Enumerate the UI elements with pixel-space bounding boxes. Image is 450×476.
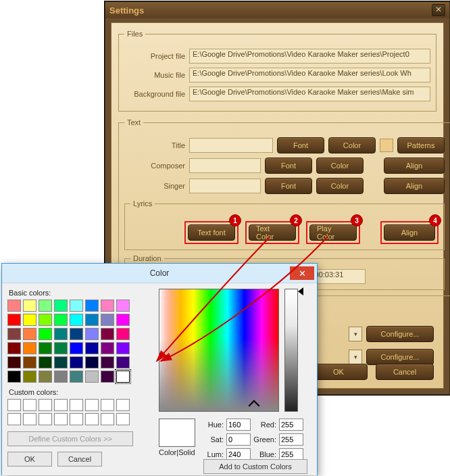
ok-button[interactable]: OK bbox=[309, 364, 368, 380]
basic-swatch[interactable] bbox=[116, 342, 130, 354]
basic-swatch[interactable] bbox=[54, 356, 68, 368]
sat-input[interactable] bbox=[226, 433, 251, 446]
custom-swatch[interactable] bbox=[54, 399, 68, 411]
basic-swatch[interactable] bbox=[70, 328, 83, 340]
basic-swatch[interactable] bbox=[7, 300, 21, 312]
basic-swatch[interactable] bbox=[101, 342, 114, 354]
composer-input[interactable] bbox=[189, 158, 261, 173]
basic-swatch[interactable] bbox=[7, 356, 21, 368]
cancel-button[interactable]: Cancel bbox=[376, 364, 434, 380]
custom-swatch[interactable] bbox=[116, 399, 130, 411]
background-file-input[interactable]: E:\Google Drive\Promotions\Video Karaoke… bbox=[189, 87, 430, 101]
basic-swatch[interactable] bbox=[23, 314, 36, 326]
title-font-button[interactable]: Font bbox=[277, 137, 324, 153]
encoder-dropdown-1[interactable]: ▾ bbox=[349, 327, 362, 341]
custom-swatch[interactable] bbox=[39, 399, 52, 411]
color-gradient[interactable] bbox=[159, 289, 279, 412]
basic-swatch[interactable] bbox=[54, 342, 68, 354]
basic-swatch[interactable] bbox=[39, 342, 52, 354]
custom-swatch[interactable] bbox=[7, 399, 21, 411]
close-icon[interactable]: ✕ bbox=[432, 4, 445, 16]
configure-button-2[interactable]: Configure... bbox=[366, 349, 434, 365]
title-color-button[interactable]: Color bbox=[328, 137, 376, 153]
basic-swatch[interactable] bbox=[7, 314, 21, 326]
basic-swatch[interactable] bbox=[23, 356, 36, 368]
singer-input[interactable] bbox=[189, 178, 261, 193]
project-file-input[interactable]: E:\Google Drive\Promotions\Video Karaoke… bbox=[189, 49, 430, 64]
basic-swatch[interactable] bbox=[39, 300, 52, 312]
basic-swatch[interactable] bbox=[116, 328, 130, 340]
basic-swatch[interactable] bbox=[85, 371, 99, 383]
basic-swatch[interactable] bbox=[39, 371, 52, 383]
custom-swatch[interactable] bbox=[39, 413, 52, 425]
composer-color-button[interactable]: Color bbox=[316, 158, 364, 174]
basic-swatch[interactable] bbox=[85, 300, 99, 312]
custom-swatch[interactable] bbox=[23, 413, 36, 425]
music-file-input[interactable]: E:\Google Drive\Promotions\Video Karaoke… bbox=[189, 68, 430, 82]
title-pattern-swatch[interactable] bbox=[380, 139, 393, 152]
basic-swatch[interactable] bbox=[70, 314, 83, 326]
basic-swatch[interactable] bbox=[85, 342, 99, 354]
basic-swatch[interactable] bbox=[85, 314, 99, 326]
lyrics-text-color-button[interactable]: Text Color bbox=[249, 224, 296, 241]
basic-swatch[interactable] bbox=[54, 300, 68, 312]
basic-swatch[interactable] bbox=[101, 300, 114, 312]
basic-swatch[interactable] bbox=[70, 300, 83, 312]
custom-swatch[interactable] bbox=[7, 413, 21, 425]
luminance-bar[interactable] bbox=[284, 289, 298, 412]
basic-swatch[interactable] bbox=[101, 314, 114, 326]
color-cancel-button[interactable]: Cancel bbox=[57, 452, 102, 467]
define-custom-colors-button[interactable]: Define Custom Colors >> bbox=[7, 431, 133, 446]
composer-align-button[interactable]: Align bbox=[384, 158, 445, 174]
configure-button-1[interactable]: Configure... bbox=[366, 326, 434, 342]
basic-swatch[interactable] bbox=[54, 328, 68, 340]
basic-swatch[interactable] bbox=[54, 314, 68, 326]
singer-align-button[interactable]: Align bbox=[384, 178, 445, 194]
basic-swatch[interactable] bbox=[39, 314, 52, 326]
basic-swatch[interactable] bbox=[101, 371, 114, 383]
custom-swatch[interactable] bbox=[70, 399, 83, 411]
custom-swatch[interactable] bbox=[85, 413, 99, 425]
lyrics-align-button[interactable]: Align bbox=[384, 224, 435, 241]
singer-color-button[interactable]: Color bbox=[316, 178, 364, 194]
add-to-custom-colors-button[interactable]: Add to Custom Colors bbox=[203, 459, 307, 474]
basic-swatch[interactable] bbox=[70, 356, 83, 368]
custom-swatch[interactable] bbox=[54, 413, 68, 425]
basic-swatch[interactable] bbox=[23, 371, 36, 383]
basic-swatch[interactable] bbox=[7, 328, 21, 340]
basic-swatch[interactable] bbox=[101, 328, 114, 340]
basic-swatch[interactable] bbox=[54, 371, 68, 383]
basic-swatch[interactable] bbox=[116, 371, 130, 383]
lyrics-text-font-button[interactable]: Text font bbox=[188, 224, 235, 241]
custom-swatch[interactable] bbox=[70, 413, 83, 425]
green-input[interactable] bbox=[279, 433, 303, 446]
duration-end-value[interactable]: 00:03:31 bbox=[311, 269, 366, 284]
basic-swatch[interactable] bbox=[7, 342, 21, 354]
basic-swatch[interactable] bbox=[23, 342, 36, 354]
color-ok-button[interactable]: OK bbox=[7, 452, 52, 467]
basic-swatch[interactable] bbox=[116, 314, 130, 326]
composer-font-button[interactable]: Font bbox=[265, 158, 312, 174]
basic-swatch[interactable] bbox=[70, 371, 83, 383]
title-patterns-button[interactable]: Patterns bbox=[397, 137, 445, 153]
custom-swatch[interactable] bbox=[101, 399, 114, 411]
custom-swatch[interactable] bbox=[116, 413, 130, 425]
custom-swatch[interactable] bbox=[85, 399, 99, 411]
basic-swatch[interactable] bbox=[39, 328, 52, 340]
hue-input[interactable] bbox=[226, 419, 251, 431]
basic-swatch[interactable] bbox=[85, 328, 99, 340]
basic-swatch[interactable] bbox=[23, 300, 36, 312]
singer-font-button[interactable]: Font bbox=[265, 178, 312, 194]
title-input[interactable] bbox=[189, 138, 273, 153]
basic-swatch[interactable] bbox=[85, 356, 99, 368]
custom-swatch[interactable] bbox=[101, 413, 114, 425]
basic-swatch[interactable] bbox=[116, 300, 130, 312]
custom-swatch[interactable] bbox=[23, 399, 36, 411]
encoder-dropdown-2[interactable]: ▾ bbox=[349, 350, 362, 364]
lyrics-play-color-button[interactable]: Play Color bbox=[309, 224, 357, 241]
basic-swatch[interactable] bbox=[23, 328, 36, 340]
basic-swatch[interactable] bbox=[70, 342, 83, 354]
basic-swatch[interactable] bbox=[116, 356, 130, 368]
color-close-button[interactable]: ✕ bbox=[290, 266, 314, 280]
basic-swatch[interactable] bbox=[101, 356, 114, 368]
